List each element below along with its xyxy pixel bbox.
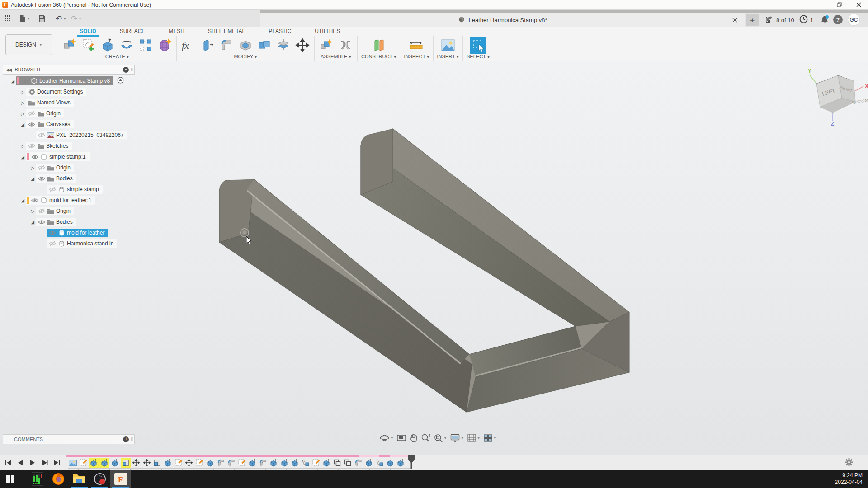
parameters-fx-icon[interactable]: fx	[180, 37, 197, 54]
ribbon-tab-mesh[interactable]: MESH	[157, 27, 196, 36]
ribbon-group-label[interactable]: ASSEMBLE ▾	[321, 54, 351, 60]
browser-row-harmonica-stand-in[interactable]: Harmonica stand in	[3, 238, 156, 249]
help-button[interactable]: ?	[833, 15, 843, 24]
timeline-feature-fillet[interactable]	[226, 458, 236, 468]
timeline-feature-extrude[interactable]	[163, 458, 173, 468]
move-copy-icon[interactable]	[294, 37, 311, 54]
visibility-eye-off-icon[interactable]	[27, 143, 36, 149]
timeline-feature-plane[interactable]	[152, 458, 162, 468]
expand-arrow-icon[interactable]: ▷	[19, 100, 26, 105]
ribbon-tab-plastic[interactable]: PLASTIC	[257, 27, 303, 36]
collapse-arrow-icon[interactable]: ◢	[29, 176, 36, 181]
fillet-icon[interactable]	[218, 37, 235, 54]
timeline-feature-plane[interactable]	[121, 458, 131, 468]
select-icon[interactable]	[470, 37, 486, 54]
expand-arrow-icon[interactable]: ▷	[19, 144, 26, 149]
pattern-icon[interactable]	[137, 37, 154, 54]
new-tab-button[interactable]: +	[746, 14, 759, 26]
browser-row-bodies[interactable]: ◢Bodies	[3, 216, 156, 227]
orbit-tool-icon[interactable]: ▼	[380, 433, 394, 442]
ribbon-tab-surface[interactable]: SURFACE	[108, 27, 157, 36]
collapse-arrow-icon[interactable]: ◢	[19, 122, 26, 127]
collapse-arrow-icon[interactable]: ◢	[9, 79, 16, 84]
browser-panel-header[interactable]: ◀◀ BROWSER − ‖	[3, 65, 135, 75]
timeline-feature-extrude[interactable]	[269, 458, 279, 468]
file-menu-button[interactable]: ▼	[19, 15, 30, 23]
timeline-feature-extrude[interactable]	[89, 458, 99, 468]
browser-row-canvases[interactable]: ◢Canvases	[3, 119, 156, 130]
viewports-tool-icon[interactable]: ▼	[484, 434, 497, 442]
browser-row-sketches[interactable]: ▷Sketches	[3, 141, 156, 151]
comments-expand-icon[interactable]: +	[123, 436, 129, 442]
timeline-feature-move[interactable]	[142, 458, 152, 468]
panel-grip[interactable]: ‖	[131, 436, 133, 442]
construct-plane-icon[interactable]	[371, 37, 387, 54]
look-at-tool-icon[interactable]	[397, 434, 406, 442]
timeline-feature-sketch[interactable]	[174, 458, 184, 468]
browser-row-named-views[interactable]: ▷Named Views	[3, 97, 156, 108]
collapse-panel-icon[interactable]: ◀◀	[6, 67, 11, 72]
collapse-arrow-icon[interactable]: ◢	[19, 198, 26, 203]
panel-grip[interactable]: ‖	[131, 67, 133, 72]
assemble-component-icon[interactable]	[318, 37, 335, 54]
ribbon-group-label[interactable]: MODIFY ▾	[234, 54, 257, 60]
grid-snap-tool-icon[interactable]: ▼	[467, 434, 481, 442]
redo-button[interactable]: ↷▼	[71, 14, 82, 23]
ribbon-group-label[interactable]: SELECT ▾	[467, 54, 490, 60]
timeline-feature-move[interactable]	[131, 458, 141, 468]
collapse-arrow-icon[interactable]: ◢	[29, 220, 36, 225]
visibility-eye-icon[interactable]	[48, 230, 57, 235]
insert-image-icon[interactable]	[440, 37, 456, 54]
ribbon-tab-sheet-metal[interactable]: SHEET METAL	[196, 27, 257, 36]
create-form-icon[interactable]	[156, 37, 173, 54]
firefox-icon[interactable]	[48, 470, 69, 488]
browser-minimize-icon[interactable]: −	[123, 67, 129, 73]
browser-row-origin[interactable]: ▷Origin	[3, 162, 156, 173]
display-settings-tool-icon[interactable]: ▼	[450, 434, 464, 442]
zoom-tool-icon[interactable]	[421, 433, 430, 442]
comments-panel-header[interactable]: COMMENTS + ‖	[3, 434, 135, 444]
split-body-icon[interactable]	[275, 37, 292, 54]
visibility-eye-icon[interactable]	[37, 176, 46, 181]
visibility-eye-off-icon[interactable]	[48, 241, 57, 246]
start-button[interactable]	[0, 470, 21, 488]
visibility-eye-icon[interactable]	[20, 79, 29, 84]
timeline-feature-fillet[interactable]	[258, 458, 268, 468]
timeline-feature-sketch[interactable]	[195, 458, 205, 468]
expand-arrow-icon[interactable]: ▷	[19, 89, 26, 94]
visibility-eye-icon[interactable]	[27, 122, 36, 127]
timeline-feature-extrude[interactable]	[322, 458, 332, 468]
obs-studio-icon[interactable]	[90, 470, 110, 488]
revolve-icon[interactable]	[118, 37, 135, 54]
timeline-feature-move[interactable]	[184, 458, 194, 468]
expand-arrow-icon[interactable]: ▷	[29, 165, 36, 170]
ribbon-tab-utilities[interactable]: UTILITIES	[303, 27, 352, 36]
visibility-eye-off-icon[interactable]	[37, 165, 46, 170]
timeline-feature-component[interactable]	[301, 458, 311, 468]
ribbon-group-label[interactable]: INSPECT ▾	[404, 54, 429, 60]
audio-meter-app-icon[interactable]: +30	[27, 470, 48, 488]
visibility-eye-icon[interactable]	[30, 198, 39, 203]
measure-icon[interactable]	[408, 37, 425, 54]
timeline-feature-pattern[interactable]	[332, 458, 342, 468]
timeline-step-forward-button[interactable]	[40, 458, 49, 467]
timeline-feature-canvas[interactable]	[68, 458, 78, 468]
collapse-arrow-icon[interactable]: ◢	[19, 155, 26, 160]
tab-close-icon[interactable]	[729, 14, 741, 25]
combine-icon[interactable]	[256, 37, 273, 54]
fit-tool-icon[interactable]: ▼	[434, 433, 447, 442]
timeline-step-back-button[interactable]	[16, 458, 25, 467]
visibility-eye-off-icon[interactable]	[48, 187, 57, 192]
workspace-selector[interactable]: DESIGN▼	[5, 34, 52, 55]
ribbon-group-label[interactable]: CONSTRUCT ▾	[361, 54, 396, 60]
timeline-play-button[interactable]	[28, 458, 37, 467]
visibility-eye-off-icon[interactable]	[37, 208, 46, 214]
timeline-feature-extrude[interactable]	[364, 458, 374, 468]
browser-row-mold-for-leather-1[interactable]: ◢mold for leather:1	[3, 195, 156, 206]
browser-row-mold-for-leather[interactable]: mold for leather	[3, 227, 156, 238]
ribbon-group-label[interactable]: INSERT ▾	[437, 54, 459, 60]
user-avatar[interactable]: GC	[848, 14, 860, 26]
timeline-feature-extrude[interactable]	[385, 458, 395, 468]
expand-arrow-icon[interactable]: ▷	[19, 111, 26, 116]
undo-button[interactable]: ↶▼	[56, 14, 66, 23]
